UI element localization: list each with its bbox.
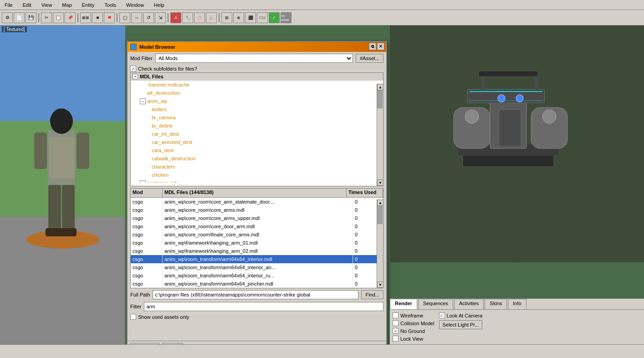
tree-item[interactable]: car_int_dest	[131, 130, 383, 138]
select-light-button[interactable]: Select Light Pr...	[439, 320, 483, 329]
filelist-row[interactable]: csgo anim_wp\core_room\core_arm_stalemat…	[131, 198, 383, 206]
toolbar-btn-paste[interactable]: 📌	[65, 12, 76, 23]
tab-render[interactable]: Render	[390, 299, 417, 309]
toolbar-btn-cm[interactable]: CM	[257, 12, 268, 23]
tab-info[interactable]: Info	[508, 299, 526, 309]
tree-item[interactable]: car_wrecked_dest	[131, 138, 383, 146]
svg-rect-6	[62, 185, 75, 230]
scrollbar-thumb[interactable]	[377, 90, 383, 108]
filelist-row[interactable]: csgo anim_wp\framework\hanging_arm_01.md…	[131, 239, 383, 247]
lock-view-checkbox[interactable]	[393, 336, 399, 342]
toolbar-btn-entity2[interactable]: ⊕	[233, 12, 244, 23]
menu-edit[interactable]: Edit	[20, 0, 34, 10]
no-ground-row: ✓ No Ground	[393, 328, 434, 334]
filelist-row[interactable]: csgo anim_wp\room_transform\arm64x64_pin…	[131, 280, 383, 288]
mod-filter-select[interactable]: All Mods	[155, 54, 353, 63]
filelist-scrollbar[interactable]: ▲ ▼	[377, 199, 383, 288]
filelist-scrollbar-track[interactable]	[377, 206, 383, 281]
menu-window[interactable]: Window	[123, 0, 147, 10]
tab-sequences[interactable]: Sequences	[418, 299, 453, 309]
toolbar-btn-arch[interactable]: A	[170, 12, 181, 23]
filelist-row[interactable]: csgo anim_wp\framework\hanging_arm_02.md…	[131, 247, 383, 255]
toolbar-btn-green[interactable]: ✓	[269, 12, 280, 23]
toolbar-btn-scale[interactable]: ⇲	[155, 12, 166, 23]
filelist-scrollbar-down[interactable]: ▼	[377, 281, 383, 288]
tree-item[interactable]: catwalk_destruction	[131, 154, 383, 163]
col-header-mod[interactable]: Mod	[131, 189, 163, 197]
no-ground-checkbox[interactable]: ✓	[393, 328, 399, 334]
scrollbar-up-btn[interactable]: ▲	[377, 84, 383, 90]
tree-item[interactable]: br_debris	[131, 122, 383, 130]
toolbar-btn-select[interactable]: ▢	[119, 12, 130, 23]
svg-point-21	[465, 110, 479, 123]
menu-file[interactable]: File	[2, 0, 15, 10]
tree-item[interactable]: antlers	[131, 105, 383, 113]
toolbar-btn-b3[interactable]: ▷	[206, 12, 217, 23]
collision-checkbox[interactable]	[393, 320, 399, 326]
toolbar-btn-brush[interactable]: ⊞	[221, 12, 232, 23]
toolbar-btn-snap[interactable]: ◉	[92, 12, 103, 23]
filelist-scrollbar-thumb[interactable]	[377, 206, 383, 224]
toolbar-btn-4[interactable]: ❷	[104, 12, 115, 23]
find-button[interactable]: Find...	[361, 290, 383, 299]
tree-item[interactable]: br_camera	[131, 113, 383, 122]
fullpath-input[interactable]	[153, 290, 358, 299]
tree-collapse-btn[interactable]: −	[133, 74, 138, 79]
menu-view[interactable]: View	[39, 0, 55, 10]
toolbar-btn-grid[interactable]: ▦▦	[80, 12, 91, 23]
filelist-content[interactable]: csgo anim_wp\core_room\core_arm_stalemat…	[131, 198, 383, 288]
toolbar-btn-b2[interactable]: ⬡	[194, 12, 205, 23]
toolbar-btn-nodraw[interactable]: no draw	[281, 12, 291, 23]
filelist-row[interactable]: csgo anim_wp\core_room\finale_core_arms.…	[131, 230, 383, 239]
fullpath-row: Full Path Find...	[128, 288, 386, 301]
dialog-restore-btn[interactable]: ⧉	[369, 43, 376, 50]
mod-filter-row: Mod Filter All Mods #Asset...	[128, 52, 386, 65]
show-assets-checkbox[interactable]	[130, 314, 136, 320]
look-at-camera-checkbox[interactable]: ✓	[439, 312, 445, 318]
filelist-row[interactable]: csgo anim_wp\core_room\core_door_arm.mdl…	[131, 222, 383, 230]
toolbar-btn-5[interactable]: ⬛	[245, 12, 256, 23]
filter-input[interactable]	[144, 302, 383, 311]
toolbar-sep-3	[117, 13, 118, 22]
svg-point-24	[516, 95, 523, 102]
toolbar-btn-cut[interactable]: ✂	[41, 12, 52, 23]
dialog-close-btn[interactable]: ✕	[377, 43, 384, 50]
toolbar-btn-b1[interactable]: 🔧	[182, 12, 193, 23]
scrollbar-down-btn[interactable]: ▼	[377, 179, 383, 186]
menu-help[interactable]: Help	[151, 0, 167, 10]
tree-item[interactable]: .hammer.mdlcache	[131, 81, 383, 89]
tree-item[interactable]: a4_destruction	[131, 89, 383, 97]
tree-item[interactable]: cara_dest	[131, 146, 383, 154]
filter-row: Filter	[128, 301, 386, 312]
menu-map[interactable]: Map	[59, 0, 74, 10]
toolbar-btn-copy[interactable]: 📋	[53, 12, 64, 23]
filelist-row[interactable]: csgo anim_wp\room_transform\arm64x64_int…	[131, 263, 383, 271]
filelist-row[interactable]: csgo anim_wp\room_transform\arm64x64_int…	[131, 255, 383, 263]
menu-entity[interactable]: Entity	[79, 0, 97, 10]
filelist-row[interactable]: csgo anim_wp\core_room\core_arms.mdl 0	[131, 206, 383, 214]
toolbar-btn-2[interactable]: 📄	[14, 12, 25, 23]
statusbar	[0, 344, 644, 358]
toolbar-btn-1[interactable]: ⚙	[2, 12, 13, 23]
filelist-row[interactable]: csgo anim_wp\room_transform\arm64x64_int…	[131, 271, 383, 280]
tree-scrollbar[interactable]: ▲ ▼	[377, 84, 383, 186]
tree-item[interactable]: characters	[131, 163, 383, 171]
scrollbar-track[interactable]	[377, 90, 383, 179]
tree-content[interactable]: .hammer.mdlcachea4_destruction−anim_wpan…	[131, 81, 383, 183]
subfolder-checkbox[interactable]: ✓	[130, 66, 136, 72]
toolbar-btn-rotate[interactable]: ↺	[143, 12, 154, 23]
menu-tools[interactable]: Tools	[102, 0, 119, 10]
toolbar-btn-move[interactable]: ↔	[131, 12, 142, 23]
tree-item[interactable]: −anim_wp	[131, 97, 383, 105]
col-header-times[interactable]: Times Used	[347, 189, 383, 197]
tree-item[interactable]: chicken	[131, 171, 383, 179]
wireframe-checkbox[interactable]	[393, 312, 399, 318]
col-header-mdl[interactable]: MDL Files (144/8138)	[163, 189, 347, 197]
toolbar-btn-3[interactable]: 💾	[26, 12, 36, 23]
tab-activities[interactable]: Activities	[454, 299, 484, 309]
tab-skins[interactable]: Skins	[485, 299, 507, 309]
filelist-row[interactable]: csgo anim_wp\core_room\core_arms_upper.m…	[131, 214, 383, 222]
asset-button[interactable]: #Asset...	[356, 54, 383, 63]
filelist-scrollbar-up[interactable]: ▲	[377, 199, 383, 206]
tree-item[interactable]: −container_ride	[131, 179, 383, 183]
